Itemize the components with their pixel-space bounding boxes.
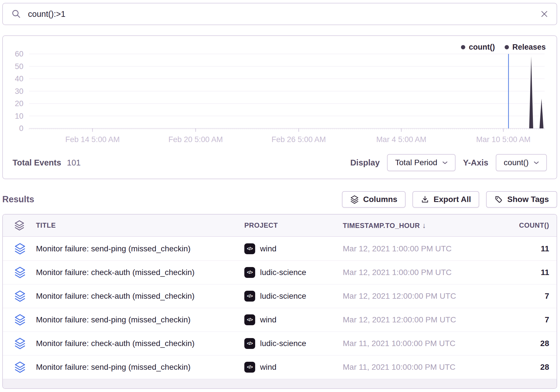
yaxis-label: Y-Axis [463, 158, 488, 167]
row-timestamp: Mar 12, 2021 1:00:00 PM UTC [343, 268, 480, 277]
columns-button-label: Columns [363, 195, 397, 204]
download-icon [421, 195, 429, 204]
table-row: Monitor failure: check-auth (missed_chec… [3, 332, 557, 355]
column-header-project[interactable]: PROJECT [244, 221, 343, 229]
row-project: ludic-science [260, 268, 306, 277]
project-platform-icon: </> [244, 291, 255, 302]
project-platform-icon: </> [244, 338, 255, 349]
row-project: ludic-science [260, 339, 306, 348]
table-row: Monitor failure: check-auth (missed_chec… [3, 260, 557, 284]
row-title[interactable]: Monitor failure: check-auth (missed_chec… [36, 339, 244, 348]
project-platform-icon: </> [244, 267, 255, 278]
row-count: 11 [480, 268, 549, 277]
results-heading: Results [2, 194, 34, 205]
table-row: Monitor failure: send-ping (missed_check… [3, 237, 557, 260]
column-header-title[interactable]: TITLE [36, 221, 244, 229]
row-title[interactable]: Monitor failure: send-ping (missed_check… [36, 315, 244, 324]
svg-text:Feb 26 5:00 AM: Feb 26 5:00 AM [271, 135, 326, 144]
results-table: TITLE PROJECT TIMESTAMP.TO_HOUR↓ COUNT()… [2, 214, 557, 389]
table-row: Monitor failure: send-ping (missed_check… [3, 308, 557, 332]
row-count: 7 [480, 315, 549, 324]
row-timestamp: Mar 11, 2021 10:00:00 PM UTC [343, 363, 480, 372]
table-footer [3, 379, 557, 389]
export-all-button[interactable]: Export All [412, 191, 479, 208]
events-chart-svg: 0102030405060Feb 14 5:00 AMFeb 20 5:00 A… [3, 36, 557, 148]
column-header-count[interactable]: COUNT() [480, 221, 549, 229]
total-events-label: Total Events [13, 158, 61, 167]
display-label: Display [350, 158, 380, 167]
column-header-timestamp-label: TIMESTAMP.TO_HOUR [343, 222, 420, 229]
column-header-icon [10, 220, 36, 231]
row-project: wind [260, 363, 277, 372]
table-header: TITLE PROJECT TIMESTAMP.TO_HOUR↓ COUNT() [3, 215, 557, 237]
search-bar: count():>1 [2, 3, 557, 25]
issue-stack-icon [14, 361, 26, 373]
project-platform-icon: </> [244, 243, 255, 254]
svg-text:30: 30 [15, 87, 23, 96]
layers-icon [14, 220, 25, 231]
chart-footer: Total Events 101 Display Total Period Y-… [3, 147, 557, 179]
yaxis-dropdown[interactable]: count() [496, 154, 547, 171]
issue-stack-icon [14, 290, 26, 302]
table-row: Monitor failure: send-ping (missed_check… [3, 355, 557, 379]
row-title[interactable]: Monitor failure: send-ping (missed_check… [36, 363, 244, 372]
svg-text:60: 60 [15, 50, 23, 58]
legend-label-count: count() [469, 43, 495, 52]
events-chart-panel: count() Releases 0102030405060Feb 14 5:0… [2, 35, 557, 179]
columns-button[interactable]: Columns [342, 191, 406, 208]
row-title[interactable]: Monitor failure: check-auth (missed_chec… [36, 268, 244, 277]
chart-legend: count() Releases [461, 43, 546, 52]
export-all-button-label: Export All [434, 195, 471, 204]
row-timestamp: Mar 12, 2021 12:00:00 PM UTC [343, 315, 480, 324]
display-dropdown[interactable]: Total Period [387, 154, 456, 171]
legend-label-releases: Releases [512, 43, 546, 52]
results-actions: Columns Export All Show Tags [342, 191, 557, 208]
row-count: 28 [480, 339, 549, 348]
chevron-down-icon [534, 161, 539, 164]
issue-stack-icon [14, 243, 26, 255]
svg-text:Mar 10 5:00 AM: Mar 10 5:00 AM [476, 135, 531, 144]
svg-text:Feb 14 5:00 AM: Feb 14 5:00 AM [65, 135, 120, 144]
issue-stack-icon [14, 338, 26, 349]
issue-stack-icon [14, 314, 26, 326]
layers-icon [350, 195, 359, 204]
svg-text:Mar 4 5:00 AM: Mar 4 5:00 AM [376, 135, 426, 144]
row-timestamp: Mar 12, 2021 12:00:00 PM UTC [343, 292, 480, 301]
yaxis-dropdown-value: count() [504, 158, 529, 167]
results-bar: Results Columns Export All Show Tags [2, 189, 557, 210]
table-row: Monitor failure: check-auth (missed_chec… [3, 284, 557, 308]
column-header-timestamp[interactable]: TIMESTAMP.TO_HOUR↓ [343, 221, 480, 230]
legend-item-count[interactable]: count() [461, 43, 495, 52]
total-events: Total Events 101 [13, 158, 81, 167]
svg-text:40: 40 [15, 74, 23, 83]
svg-text:Feb 20 5:00 AM: Feb 20 5:00 AM [168, 135, 223, 144]
legend-dot-icon [461, 45, 465, 49]
legend-dot-icon [505, 45, 509, 49]
sort-desc-icon: ↓ [422, 221, 426, 230]
search-icon [11, 9, 21, 19]
show-tags-button[interactable]: Show Tags [486, 191, 557, 208]
row-count: 11 [480, 244, 549, 253]
row-project: wind [260, 315, 277, 324]
svg-text:10: 10 [15, 112, 23, 120]
row-count: 7 [480, 292, 549, 301]
tag-icon [494, 195, 503, 204]
svg-text:50: 50 [15, 62, 23, 71]
show-tags-button-label: Show Tags [507, 195, 549, 204]
search-input[interactable]: count():>1 [28, 9, 534, 19]
row-project: ludic-science [260, 292, 306, 301]
clear-search-icon[interactable] [541, 10, 548, 18]
chevron-down-icon [442, 161, 448, 164]
display-dropdown-value: Total Period [395, 158, 437, 167]
row-title[interactable]: Monitor failure: check-auth (missed_chec… [36, 292, 244, 301]
issue-stack-icon [14, 266, 26, 278]
svg-text:20: 20 [15, 99, 23, 108]
row-timestamp: Mar 11, 2021 10:00:00 PM UTC [343, 339, 480, 348]
total-events-value: 101 [67, 158, 80, 167]
row-project: wind [260, 244, 277, 253]
legend-item-releases[interactable]: Releases [505, 43, 546, 52]
project-platform-icon: </> [244, 314, 255, 325]
row-title[interactable]: Monitor failure: send-ping (missed_check… [36, 244, 244, 253]
chart-controls: Display Total Period Y-Axis count() [350, 154, 547, 171]
svg-text:0: 0 [19, 124, 23, 133]
